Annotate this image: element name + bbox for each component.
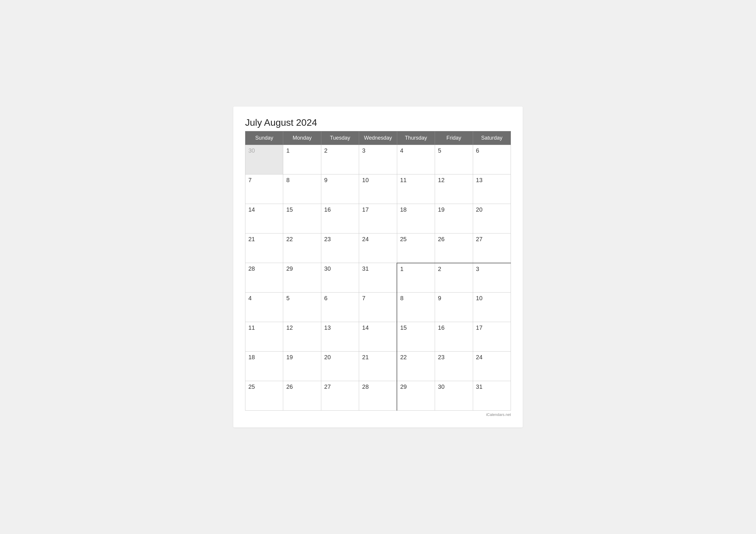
calendar-cell: 18 — [397, 204, 435, 233]
week-row: 25262728293031 — [245, 381, 511, 411]
calendar-cell: 1 — [397, 263, 435, 293]
week-row: 45678910 — [245, 293, 511, 322]
calendar-cell: 22 — [283, 233, 321, 263]
calendar-cell: 17 — [473, 322, 511, 352]
calendar-cell: 6 — [473, 145, 511, 174]
calendar-cell: 6 — [321, 293, 359, 322]
day-header-saturday: Saturday — [473, 131, 511, 145]
calendar-cell: 20 — [321, 352, 359, 381]
day-header-thursday: Thursday — [397, 131, 435, 145]
calendar-cell: 29 — [397, 381, 435, 411]
week-row: 18192021222324 — [245, 352, 511, 381]
week-row: 11121314151617 — [245, 322, 511, 352]
calendar-cell: 19 — [283, 352, 321, 381]
calendar-cell: 9 — [435, 293, 473, 322]
week-row: 21222324252627 — [245, 233, 511, 263]
calendar-cell: 25 — [397, 233, 435, 263]
calendar-cell: 29 — [283, 263, 321, 293]
calendar-cell: 4 — [245, 293, 283, 322]
calendar-cell: 2 — [321, 145, 359, 174]
calendar-cell: 14 — [359, 322, 397, 352]
calendar-cell: 7 — [359, 293, 397, 322]
calendar-cell: 15 — [397, 322, 435, 352]
calendar-cell: 31 — [473, 381, 511, 411]
calendar-cell: 22 — [397, 352, 435, 381]
calendar-cell: 11 — [245, 322, 283, 352]
calendar-cell: 12 — [283, 322, 321, 352]
calendar-cell: 13 — [473, 174, 511, 204]
calendar-cell: 12 — [435, 174, 473, 204]
calendar-title: July August 2024 — [245, 117, 511, 128]
calendar-container: July August 2024 SundayMondayTuesdayWedn… — [233, 107, 523, 427]
calendar-cell: 30 — [435, 381, 473, 411]
footer-credit: iCalendars.net — [245, 413, 511, 417]
calendar-cell: 18 — [245, 352, 283, 381]
calendar-table: SundayMondayTuesdayWednesdayThursdayFrid… — [245, 131, 511, 411]
calendar-cell: 11 — [397, 174, 435, 204]
calendar-cell: 26 — [283, 381, 321, 411]
week-row: 30123456 — [245, 145, 511, 174]
day-header-friday: Friday — [435, 131, 473, 145]
calendar-cell: 7 — [245, 174, 283, 204]
calendar-cell: 3 — [359, 145, 397, 174]
calendar-cell: 31 — [359, 263, 397, 293]
week-row: 14151617181920 — [245, 204, 511, 233]
calendar-cell: 21 — [245, 233, 283, 263]
day-header-sunday: Sunday — [245, 131, 283, 145]
header-row: SundayMondayTuesdayWednesdayThursdayFrid… — [245, 131, 511, 145]
calendar-cell: 16 — [321, 204, 359, 233]
calendar-cell: 10 — [359, 174, 397, 204]
calendar-cell: 24 — [473, 352, 511, 381]
day-header-tuesday: Tuesday — [321, 131, 359, 145]
calendar-cell: 15 — [283, 204, 321, 233]
week-row: 78910111213 — [245, 174, 511, 204]
calendar-cell: 28 — [359, 381, 397, 411]
calendar-cell: 30 — [321, 263, 359, 293]
calendar-cell: 14 — [245, 204, 283, 233]
day-header-wednesday: Wednesday — [359, 131, 397, 145]
calendar-cell: 27 — [321, 381, 359, 411]
week-row: 28293031123 — [245, 263, 511, 293]
calendar-cell: 16 — [435, 322, 473, 352]
calendar-cell: 23 — [321, 233, 359, 263]
calendar-cell: 2 — [435, 263, 473, 293]
calendar-cell: 13 — [321, 322, 359, 352]
calendar-cell: 1 — [283, 145, 321, 174]
calendar-cell: 19 — [435, 204, 473, 233]
calendar-cell: 26 — [435, 233, 473, 263]
calendar-cell: 8 — [283, 174, 321, 204]
calendar-cell: 17 — [359, 204, 397, 233]
calendar-cell: 5 — [283, 293, 321, 322]
day-header-monday: Monday — [283, 131, 321, 145]
calendar-cell: 5 — [435, 145, 473, 174]
calendar-cell: 10 — [473, 293, 511, 322]
calendar-cell: 28 — [245, 263, 283, 293]
calendar-cell: 23 — [435, 352, 473, 381]
calendar-cell: 30 — [245, 145, 283, 174]
calendar-cell: 8 — [397, 293, 435, 322]
calendar-cell: 21 — [359, 352, 397, 381]
calendar-cell: 20 — [473, 204, 511, 233]
calendar-cell: 27 — [473, 233, 511, 263]
calendar-cell: 9 — [321, 174, 359, 204]
calendar-cell: 4 — [397, 145, 435, 174]
calendar-cell: 25 — [245, 381, 283, 411]
calendar-cell: 3 — [473, 263, 511, 293]
calendar-cell: 24 — [359, 233, 397, 263]
